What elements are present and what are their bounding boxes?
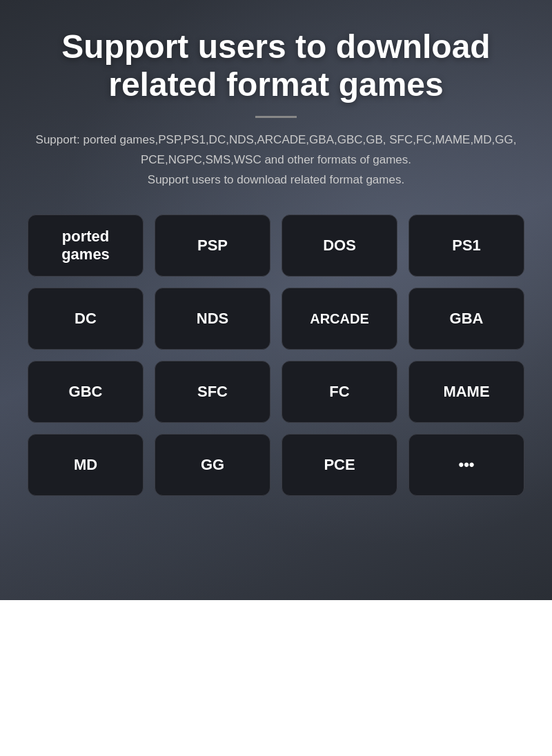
page-title: Support users to download related format… bbox=[21, 28, 531, 103]
button-dc[interactable]: DC bbox=[28, 288, 144, 350]
button-md[interactable]: MD bbox=[28, 434, 144, 496]
dark-section: Support users to download related format… bbox=[0, 0, 552, 600]
button-mame[interactable]: MAME bbox=[408, 361, 524, 423]
format-grid: portedgames PSP DOS PS1 DC NDS ARCADE GB… bbox=[28, 215, 524, 496]
button-gba[interactable]: GBA bbox=[408, 288, 524, 350]
white-section bbox=[0, 600, 552, 756]
button-arcade[interactable]: ARCADE bbox=[282, 288, 397, 350]
divider bbox=[255, 116, 297, 118]
button-nds[interactable]: NDS bbox=[155, 288, 270, 350]
button-more[interactable]: ••• bbox=[408, 434, 524, 496]
button-psp[interactable]: PSP bbox=[155, 215, 270, 277]
button-fc[interactable]: FC bbox=[282, 361, 397, 423]
button-gg[interactable]: GG bbox=[155, 434, 270, 496]
button-pce[interactable]: PCE bbox=[282, 434, 397, 496]
button-dos[interactable]: DOS bbox=[282, 215, 397, 277]
button-ported-games[interactable]: portedgames bbox=[28, 215, 144, 277]
button-sfc[interactable]: SFC bbox=[155, 361, 270, 423]
button-gbc[interactable]: GBC bbox=[28, 361, 144, 423]
subtitle-text: Support: ported games,PSP,PS1,DC,NDS,ARC… bbox=[36, 130, 517, 190]
button-ps1[interactable]: PS1 bbox=[408, 215, 524, 277]
main-container: Support users to download related format… bbox=[0, 0, 552, 756]
